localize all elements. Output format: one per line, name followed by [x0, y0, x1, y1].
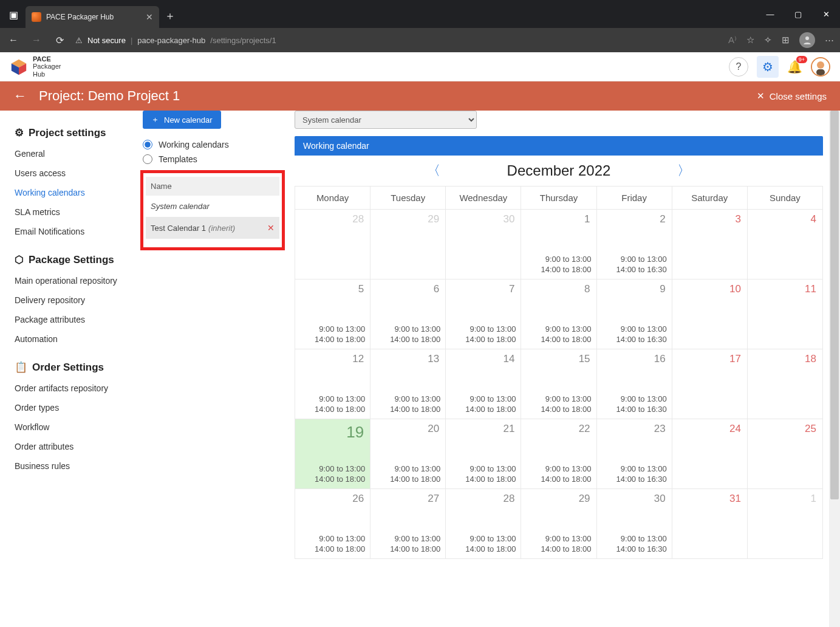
new-tab-button[interactable]: ＋ [162, 7, 179, 24]
sidebar-item-working-calendars[interactable]: Working calendars [0, 183, 136, 202]
sidebar-item-business-rules[interactable]: Business rules [0, 456, 136, 476]
sidebar-item-order-artifacts-repository[interactable]: Order artifacts repository [0, 379, 136, 398]
sidebar-item-order-types[interactable]: Order types [0, 398, 136, 417]
favorites-icon[interactable]: ☆ [746, 35, 754, 46]
calendar-day[interactable]: 309:00 to 13:0014:00 to 16:30 [596, 489, 672, 559]
calendar-day[interactable]: 30 [446, 210, 521, 279]
calendar-day[interactable]: 29 [370, 210, 446, 279]
day-number: 27 [428, 493, 439, 505]
delete-calendar-icon[interactable]: ✕ [267, 223, 275, 233]
calendar-day[interactable]: 149:00 to 13:0014:00 to 18:00 [446, 349, 521, 419]
calendar-day[interactable]: 159:00 to 13:0014:00 to 18:00 [521, 349, 596, 419]
sidebar-item-package-attributes[interactable]: Package attributes [0, 310, 136, 329]
day-number: 10 [729, 283, 741, 295]
calendar-day[interactable]: 29:00 to 13:0014:00 to 16:30 [596, 210, 672, 279]
day-number: 25 [805, 423, 816, 435]
collections-icon[interactable]: ⊞ [782, 35, 790, 46]
user-avatar[interactable] [811, 57, 830, 77]
tab-close-icon[interactable]: ✕ [146, 12, 153, 22]
calendar-day[interactable]: 279:00 to 13:0014:00 to 18:00 [370, 489, 446, 559]
maximize-button[interactable]: ▢ [784, 0, 812, 28]
radio-input-templates[interactable] [143, 154, 152, 164]
calendar-day[interactable]: 31 [672, 489, 747, 559]
help-button[interactable]: ? [729, 57, 748, 77]
calendar-day[interactable]: 79:00 to 13:0014:00 to 18:00 [446, 279, 521, 349]
browser-tab[interactable]: PACE Packager Hub ✕ [26, 6, 159, 28]
scrollbar-thumb[interactable] [830, 111, 839, 499]
calendar-day[interactable]: 10 [672, 279, 747, 349]
window-controls: — ▢ ✕ [756, 0, 840, 28]
calendar-day[interactable]: 89:00 to 13:0014:00 to 18:00 [521, 279, 596, 349]
day-number: 28 [352, 213, 364, 225]
calendar-day[interactable]: 19:00 to 13:0014:00 to 18:00 [521, 210, 596, 279]
calendar-row-system[interactable]: System calendar [146, 196, 279, 217]
calendar-day[interactable]: 139:00 to 13:0014:00 to 18:00 [370, 349, 446, 419]
reading-list-icon[interactable]: ✧ [764, 35, 772, 46]
sidebar-item-users-access[interactable]: Users access [0, 163, 136, 183]
calendar-day[interactable]: 69:00 to 13:0014:00 to 18:00 [370, 279, 446, 349]
more-menu-icon[interactable]: ⋯ [825, 35, 834, 46]
tabs-overview-icon[interactable]: ▣ [5, 6, 22, 23]
notifications-button[interactable]: 🔔 9+ [787, 60, 802, 74]
calendar-day[interactable]: 219:00 to 13:0014:00 to 18:00 [446, 419, 521, 489]
sidebar-item-main-operational-repository[interactable]: Main operational repository [0, 271, 136, 290]
calendar-day[interactable]: 169:00 to 13:0014:00 to 16:30 [596, 349, 672, 419]
back-button[interactable]: ← [6, 35, 21, 46]
sidebar-item-email-notifications[interactable]: Email Notifications [0, 222, 136, 241]
logo-text-2: Packager [33, 63, 61, 70]
calendar-day[interactable]: 269:00 to 13:0014:00 to 18:00 [295, 489, 370, 559]
scrollbar[interactable] [829, 111, 840, 627]
calendar-day[interactable]: 299:00 to 13:0014:00 to 18:00 [521, 489, 596, 559]
calendar-day[interactable]: 24 [672, 419, 747, 489]
calendar-day[interactable]: 229:00 to 13:0014:00 to 18:00 [521, 419, 596, 489]
sidebar-item-order-attributes[interactable]: Order attributes [0, 437, 136, 456]
browser-toolbar: ← → ⟳ ⚠ Not secure | pace-packager-hub/s… [0, 28, 840, 52]
radio-input-working[interactable] [143, 140, 152, 149]
calendar-day[interactable]: 99:00 to 13:0014:00 to 16:30 [596, 279, 672, 349]
calendar-day[interactable]: 4 [747, 210, 822, 279]
sidebar-item-general[interactable]: General [0, 144, 136, 163]
sidebar-item-delivery-repository[interactable]: Delivery repository [0, 290, 136, 310]
radio-working-calendars[interactable]: Working calendars [140, 137, 285, 152]
close-settings-button[interactable]: ✕ Close settings [757, 91, 827, 101]
new-calendar-button[interactable]: ＋ New calendar [143, 111, 221, 129]
day-number: 14 [504, 353, 515, 365]
refresh-button[interactable]: ⟳ [52, 35, 67, 46]
dow-header: Tuesday [370, 187, 446, 210]
day-hours: 9:00 to 13:0014:00 to 18:00 [465, 464, 516, 485]
prev-month-button[interactable]: 〈 [427, 162, 440, 180]
day-number: 22 [579, 423, 590, 435]
next-month-button[interactable]: 〉 [677, 162, 691, 180]
calendar-day[interactable]: 1 [747, 489, 822, 559]
calendar-day[interactable]: 17 [672, 349, 747, 419]
radio-templates[interactable]: Templates [140, 152, 285, 166]
calendar-day[interactable]: 59:00 to 13:0014:00 to 18:00 [295, 279, 370, 349]
settings-sidebar: ⚙ Project settings GeneralUsers accessWo… [0, 111, 137, 627]
calendar-day[interactable]: 129:00 to 13:0014:00 to 18:00 [295, 349, 370, 419]
sidebar-item-automation[interactable]: Automation [0, 329, 136, 349]
group-package-settings: ⬡ Package Settings [0, 248, 136, 271]
calendar-day[interactable]: 28 [295, 210, 370, 279]
app-logo[interactable]: PACE Packager Hub [10, 55, 61, 77]
sidebar-item-sla-metrics[interactable]: SLA metrics [0, 202, 136, 222]
calendar-day[interactable]: 11 [747, 279, 822, 349]
calendar-day[interactable]: 289:00 to 13:0014:00 to 18:00 [446, 489, 521, 559]
project-back-button[interactable]: ← [13, 88, 27, 104]
address-bar[interactable]: ⚠ Not secure | pace-packager-hub/setting… [75, 36, 720, 45]
settings-button[interactable]: ⚙ [757, 56, 779, 78]
logo-text-1: PACE [33, 55, 61, 63]
calendar-day[interactable]: 18 [747, 349, 822, 419]
read-aloud-icon[interactable]: A⁾ [728, 35, 737, 46]
calendar-day[interactable]: 3 [672, 210, 747, 279]
calendar-day[interactable]: 199:00 to 13:0014:00 to 18:00 [295, 419, 370, 489]
minimize-button[interactable]: — [756, 0, 784, 28]
calendar-title-bar: Working calendar [295, 136, 823, 156]
sidebar-item-workflow[interactable]: Workflow [0, 417, 136, 437]
calendar-day[interactable]: 25 [747, 419, 822, 489]
calendar-day[interactable]: 209:00 to 13:0014:00 to 18:00 [370, 419, 446, 489]
profile-icon[interactable] [799, 32, 815, 48]
calendar-row-test[interactable]: Test Calendar 1 (inherit) ✕ [146, 217, 279, 239]
calendar-select[interactable]: System calendar [295, 111, 477, 129]
calendar-day[interactable]: 239:00 to 13:0014:00 to 16:30 [596, 419, 672, 489]
close-window-button[interactable]: ✕ [812, 0, 840, 28]
